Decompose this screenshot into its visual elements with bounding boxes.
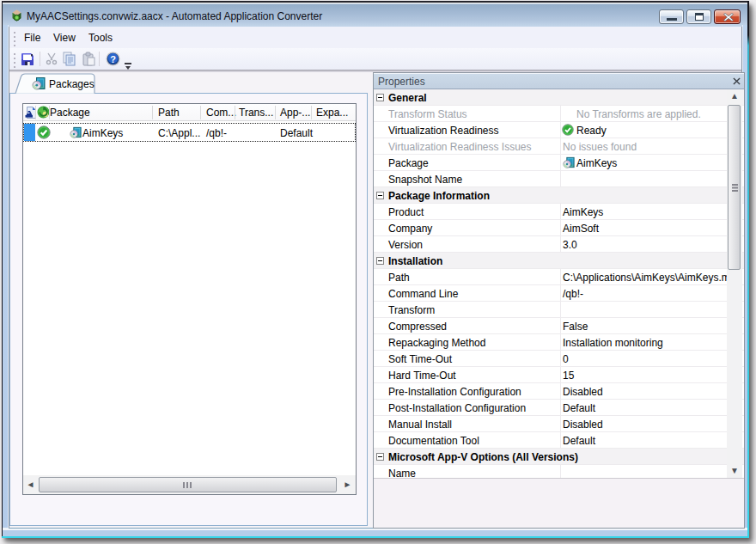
- svg-text:?: ?: [110, 54, 116, 64]
